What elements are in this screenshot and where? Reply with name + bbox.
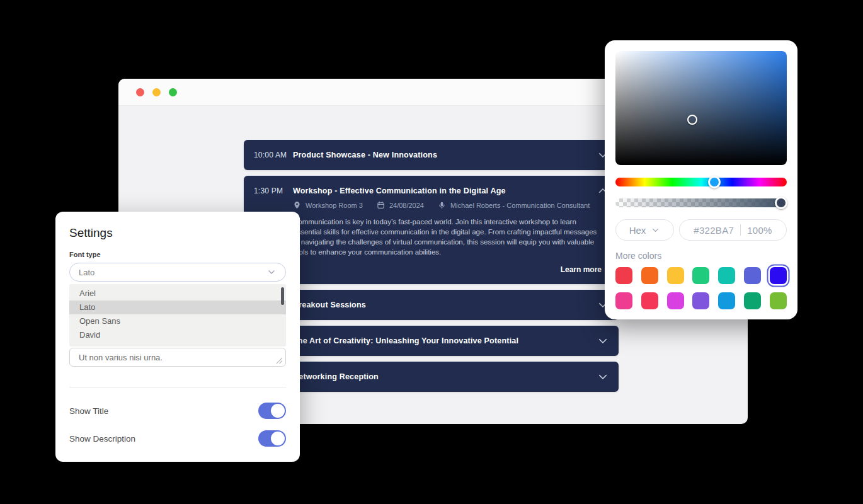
agenda-item-title: Workshop - Effective Communication in th… <box>293 186 591 195</box>
divider <box>69 387 286 387</box>
color-value-input[interactable]: #322BA7 100% <box>679 219 787 241</box>
font-options-list: Ariel Lato Open Sans David <box>69 284 286 346</box>
calendar-icon <box>377 201 385 209</box>
learn-more-row: Learn more <box>244 257 619 284</box>
agenda-item-meta: Workshop Room 3 24/08/2024 Michael Rober… <box>293 201 609 209</box>
agenda-item-time: 1:30 PM <box>254 186 293 195</box>
swatch-row <box>615 267 787 284</box>
color-swatch[interactable] <box>641 292 658 309</box>
color-swatch[interactable] <box>770 292 787 309</box>
alpha-slider-handle[interactable] <box>775 197 787 209</box>
speaker-meta: Michael Roberts - Communication Consulta… <box>438 201 590 209</box>
color-picker-panel: Hex #322BA7 100% More colors <box>605 40 797 319</box>
settings-title: Settings <box>69 226 286 241</box>
date-meta: 24/08/2024 <box>377 201 424 209</box>
show-description-label: Show Description <box>69 434 135 444</box>
color-swatch[interactable] <box>718 267 735 284</box>
font-option[interactable]: Open Sans <box>69 314 286 328</box>
settings-panel: Settings Font type Lato Ariel Lato Open … <box>55 212 300 462</box>
color-swatch[interactable] <box>692 267 709 284</box>
font-option[interactable]: Ariel <box>69 287 286 301</box>
hue-slider-handle[interactable] <box>708 176 721 188</box>
swatch-row <box>615 292 787 309</box>
show-title-label: Show Title <box>69 406 108 416</box>
agenda-item: 10:00 AM Product Showcase - New Innovati… <box>244 140 619 170</box>
agenda-item: Networking Reception <box>244 362 619 392</box>
color-input-row: Hex #322BA7 100% <box>615 219 787 241</box>
font-type-label: Font type <box>69 251 286 258</box>
location-pin-icon <box>293 201 301 209</box>
font-option[interactable]: David <box>69 328 286 342</box>
color-swatch[interactable] <box>744 292 761 309</box>
hex-value-text: #322BA7 <box>694 225 734 236</box>
preview-textarea[interactable]: Ut non varius nisi urna. <box>69 348 286 367</box>
show-description-toggle[interactable] <box>258 430 286 447</box>
font-option-selected[interactable]: Lato <box>69 301 286 314</box>
color-format-value: Hex <box>629 225 646 236</box>
color-swatch[interactable] <box>667 292 684 309</box>
chevron-down-icon[interactable] <box>597 335 609 346</box>
microphone-icon <box>438 201 446 209</box>
agenda-item-header[interactable]: The Art of Creativity: Unleashing Your I… <box>244 326 619 356</box>
saturation-brightness-area[interactable] <box>615 51 787 165</box>
chevron-down-icon <box>266 267 277 277</box>
show-description-row: Show Description <box>69 430 286 447</box>
agenda-item-title: Product Showcase - New Innovations <box>293 151 591 159</box>
agenda-item: Breakout Sessions <box>244 290 619 320</box>
color-swatch[interactable] <box>692 292 709 309</box>
agenda-item-header[interactable]: Breakout Sessions <box>244 290 619 320</box>
agenda-item-expanded: 1:30 PM Workshop - Effective Communicati… <box>244 176 619 284</box>
maximize-window-button[interactable] <box>169 88 177 96</box>
show-title-toggle[interactable] <box>258 403 286 419</box>
more-colors-label: More colors <box>615 251 787 261</box>
agenda-item-header[interactable]: 10:00 AM Product Showcase - New Innovati… <box>244 140 619 170</box>
gradient-cursor[interactable] <box>687 115 697 125</box>
agenda-item-description: Communication is key in today’s fast-pac… <box>293 217 600 257</box>
learn-more-link[interactable]: Learn more <box>561 265 602 274</box>
minimize-window-button[interactable] <box>152 88 161 96</box>
location-text: Workshop Room 3 <box>306 202 363 209</box>
value-divider <box>740 224 741 236</box>
resize-grip-icon[interactable] <box>276 357 283 364</box>
preview-text: Ut non varius nisi urna. <box>79 353 163 362</box>
font-type-select[interactable]: Lato <box>69 263 286 282</box>
agenda-item-time: 10:00 AM <box>254 151 293 159</box>
toggle-knob <box>271 432 285 445</box>
font-type-select-value: Lato <box>79 268 94 277</box>
agenda-item-header[interactable]: 1:30 PM Workshop - Effective Communicati… <box>244 176 619 197</box>
stage: 10:00 AM Product Showcase - New Innovati… <box>0 0 863 504</box>
agenda-item-title: The Art of Creativity: Unleashing Your I… <box>293 336 591 345</box>
color-swatch[interactable] <box>615 292 632 309</box>
toggle-knob <box>271 404 285 418</box>
date-text: 24/08/2024 <box>389 202 424 209</box>
color-swatch[interactable] <box>641 267 658 284</box>
opacity-value-text: 100% <box>747 225 772 236</box>
chevron-down-icon <box>651 226 660 235</box>
show-title-row: Show Title <box>69 403 286 419</box>
agenda-item: The Art of Creativity: Unleashing Your I… <box>244 326 619 356</box>
color-swatch[interactable] <box>744 267 761 284</box>
color-swatch[interactable] <box>718 292 735 309</box>
color-format-select[interactable]: Hex <box>615 219 674 241</box>
agenda-list: 10:00 AM Product Showcase - New Innovati… <box>244 140 619 392</box>
location-meta: Workshop Room 3 <box>293 201 363 209</box>
options-scrollbar[interactable] <box>281 287 284 305</box>
color-swatch[interactable] <box>615 267 632 284</box>
agenda-item-title: Networking Reception <box>293 372 591 381</box>
close-window-button[interactable] <box>136 88 144 96</box>
alpha-slider[interactable] <box>615 198 787 207</box>
color-swatch[interactable] <box>667 267 684 284</box>
color-swatch-selected[interactable] <box>770 267 787 284</box>
agenda-item-header[interactable]: Networking Reception <box>244 362 619 392</box>
hue-slider[interactable] <box>615 178 787 186</box>
chevron-down-icon[interactable] <box>597 371 609 382</box>
speaker-text: Michael Roberts - Communication Consulta… <box>450 202 590 209</box>
agenda-item-title: Breakout Sessions <box>293 301 591 309</box>
